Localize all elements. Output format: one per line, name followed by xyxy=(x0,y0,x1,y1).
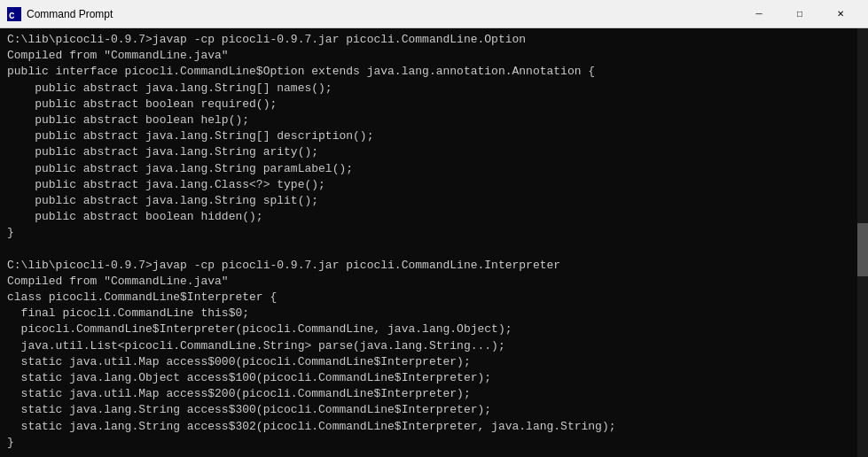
scrollbar[interactable] xyxy=(857,28,868,457)
window-title: Command Prompt xyxy=(27,8,739,20)
minimize-button[interactable]: ─ xyxy=(739,0,779,28)
svg-text:C: C xyxy=(9,11,15,21)
close-button[interactable]: ✕ xyxy=(820,0,861,28)
maximize-button[interactable]: □ xyxy=(779,0,820,28)
window-controls: ─ □ ✕ xyxy=(739,0,861,28)
window: C Command Prompt ─ □ ✕ C:\lib\picocli-0.… xyxy=(0,0,868,457)
scrollbar-thumb[interactable] xyxy=(857,223,868,276)
terminal-output[interactable]: C:\lib\picocli-0.9.7>javap -cp picocli-0… xyxy=(0,28,868,457)
app-icon: C xyxy=(7,7,21,21)
titlebar: C Command Prompt ─ □ ✕ xyxy=(0,0,868,28)
